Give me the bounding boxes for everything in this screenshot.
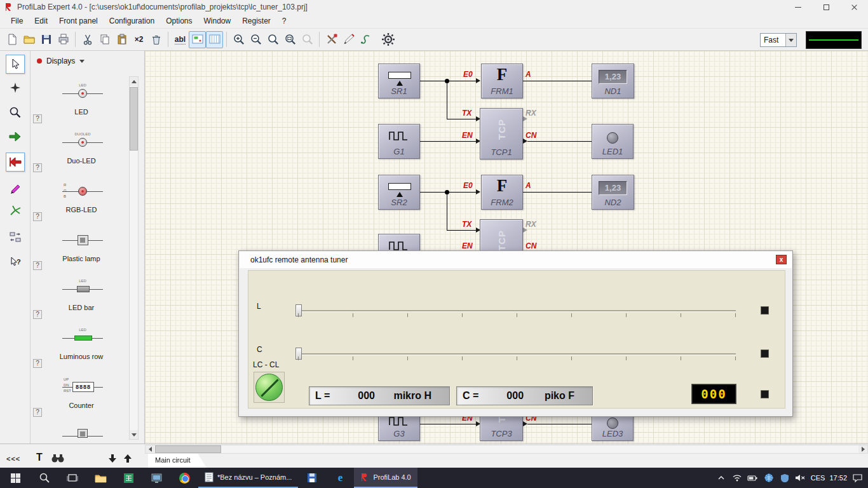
select-tool-button[interactable] bbox=[6, 55, 25, 74]
wire[interactable] bbox=[523, 192, 592, 193]
wire[interactable] bbox=[527, 424, 592, 424]
run-tool-button[interactable] bbox=[6, 127, 25, 146]
menu-options[interactable]: Options bbox=[160, 15, 198, 27]
battery-tray-icon[interactable] bbox=[747, 468, 759, 488]
scroll-left-button[interactable] bbox=[146, 445, 154, 453]
move-tool-button[interactable] bbox=[6, 79, 25, 98]
app-window-button[interactable] bbox=[142, 468, 170, 488]
library-item-rgb-led[interactable]: RGB RGB-LED ? bbox=[31, 175, 137, 224]
pen-tool-button[interactable] bbox=[340, 31, 357, 48]
delete-button[interactable] bbox=[147, 31, 165, 48]
new-file-button[interactable] bbox=[3, 31, 20, 48]
grid-toggle-button[interactable] bbox=[206, 31, 223, 48]
library-scrollbar[interactable] bbox=[129, 76, 139, 440]
title-bar[interactable]: ProfiLab Expert 4.0 - [c:\users\ok1uf\do… bbox=[0, 0, 868, 14]
library-item-partial[interactable] bbox=[31, 420, 137, 444]
help-button[interactable]: ? bbox=[33, 261, 42, 270]
help-button[interactable]: ? bbox=[33, 212, 42, 221]
move-down-button[interactable] bbox=[108, 454, 117, 465]
component-sr1[interactable]: SR1 bbox=[378, 64, 420, 98]
front-panel-close-button[interactable]: x bbox=[776, 255, 787, 264]
help-button[interactable]: ? bbox=[33, 163, 42, 172]
menu-front-panel[interactable]: Front panel bbox=[53, 15, 104, 27]
zoom-fit-button[interactable] bbox=[281, 31, 299, 48]
mode-knob-button[interactable] bbox=[254, 372, 285, 403]
help-button[interactable]: ? bbox=[33, 310, 42, 319]
taskbar-search-button[interactable] bbox=[31, 468, 58, 488]
front-panel-toggle-button[interactable] bbox=[189, 31, 206, 48]
taskbar-profilab-window[interactable]: ProfiLab 4.0 bbox=[354, 468, 417, 488]
wire[interactable] bbox=[527, 141, 592, 142]
clock[interactable]: 17:52 bbox=[829, 474, 847, 482]
save-button[interactable] bbox=[37, 31, 55, 48]
help-tool-button[interactable]: ? bbox=[6, 253, 25, 272]
wire[interactable] bbox=[419, 424, 476, 424]
minimize-button[interactable] bbox=[784, 0, 812, 14]
wire[interactable] bbox=[447, 119, 476, 119]
wifi-tray-icon[interactable] bbox=[731, 468, 743, 488]
scroll-down-button[interactable] bbox=[130, 430, 138, 439]
volume-tray-icon[interactable] bbox=[795, 468, 806, 488]
language-indicator[interactable]: CES bbox=[811, 474, 825, 482]
swap-tool-button[interactable] bbox=[6, 227, 25, 247]
component-frm2[interactable]: F FRM2 bbox=[481, 175, 523, 210]
zoom-100-button[interactable] bbox=[264, 31, 281, 48]
front-panel-title-bar[interactable]: ok1ufc remote antenna tuner bbox=[240, 252, 792, 268]
scrollbar-thumb[interactable] bbox=[155, 445, 221, 453]
zoom-out-button[interactable] bbox=[247, 31, 264, 48]
menu-edit[interactable]: Edit bbox=[29, 15, 53, 27]
library-item-plastic-lamp[interactable]: Plastic lamp ? bbox=[31, 224, 137, 273]
file-explorer-button[interactable] bbox=[86, 468, 114, 488]
close-button[interactable] bbox=[840, 0, 868, 14]
stop-tool-button[interactable] bbox=[6, 152, 25, 172]
zoom-in-button[interactable] bbox=[230, 31, 247, 48]
component-led1[interactable]: LED1 bbox=[592, 124, 634, 159]
start-button[interactable] bbox=[0, 468, 31, 488]
wire[interactable] bbox=[523, 81, 592, 81]
scroll-right-button[interactable] bbox=[858, 445, 867, 453]
menu-window[interactable]: Window bbox=[198, 15, 236, 27]
scroll-up-button[interactable] bbox=[130, 77, 138, 86]
text-tool-button[interactable]: T bbox=[36, 452, 43, 463]
maximize-button[interactable] bbox=[812, 0, 840, 14]
zoom-tool-button[interactable] bbox=[6, 103, 25, 122]
library-item-luminous-row[interactable]: LED Luminous row ? bbox=[31, 322, 137, 371]
library-category-dropdown[interactable]: Displays bbox=[37, 57, 85, 65]
component-tcp1[interactable]: TCP TCP1 bbox=[480, 108, 523, 159]
help-button[interactable]: ? bbox=[33, 408, 42, 417]
scrollbar-thumb[interactable] bbox=[130, 87, 138, 151]
menu-configuration[interactable]: Configuration bbox=[104, 15, 160, 27]
wire[interactable] bbox=[447, 81, 447, 119]
combo-dropdown-button[interactable] bbox=[785, 34, 796, 46]
menu-help[interactable]: ? bbox=[276, 15, 292, 27]
l-slider-track[interactable] bbox=[296, 310, 736, 312]
library-item-counter[interactable]: UPDNRST8888 Counter ? bbox=[31, 371, 137, 420]
spreadsheet-app-button[interactable] bbox=[114, 468, 142, 488]
security-tray-icon[interactable] bbox=[779, 468, 790, 488]
duplicate-button[interactable]: ×2 bbox=[130, 31, 147, 48]
print-button[interactable] bbox=[55, 31, 72, 48]
settings-button[interactable] bbox=[379, 31, 397, 48]
paste-button[interactable] bbox=[113, 31, 130, 48]
network-tray-icon[interactable] bbox=[763, 468, 775, 488]
wire-tool-button[interactable] bbox=[357, 31, 374, 48]
simulation-speed-select[interactable]: Fast bbox=[760, 33, 797, 47]
c-slider-track[interactable] bbox=[296, 353, 736, 355]
action-center-button[interactable] bbox=[851, 468, 863, 488]
tab-main-circuit[interactable]: Main circuit bbox=[148, 454, 207, 468]
floppy-app-button[interactable] bbox=[298, 468, 326, 488]
help-button[interactable]: ? bbox=[33, 114, 42, 123]
component-frm1[interactable]: F FRM1 bbox=[481, 64, 523, 98]
taskbar-notepad-window[interactable]: *Bez názvu – Poznám... bbox=[198, 468, 298, 488]
wire[interactable] bbox=[447, 192, 447, 230]
edge-browser-button[interactable]: e bbox=[326, 468, 354, 488]
zoom-selection-button[interactable] bbox=[299, 31, 316, 48]
canvas-horizontal-scrollbar[interactable] bbox=[145, 445, 868, 454]
wire[interactable] bbox=[419, 141, 476, 142]
library-item-duo-led[interactable]: DUOLED Duo-LED ? bbox=[31, 126, 137, 175]
wire[interactable] bbox=[447, 230, 476, 231]
chrome-browser-button[interactable] bbox=[170, 468, 198, 488]
component-sr2[interactable]: SR2 bbox=[378, 175, 420, 210]
find-button[interactable] bbox=[51, 453, 65, 465]
copy-button[interactable] bbox=[96, 31, 113, 48]
